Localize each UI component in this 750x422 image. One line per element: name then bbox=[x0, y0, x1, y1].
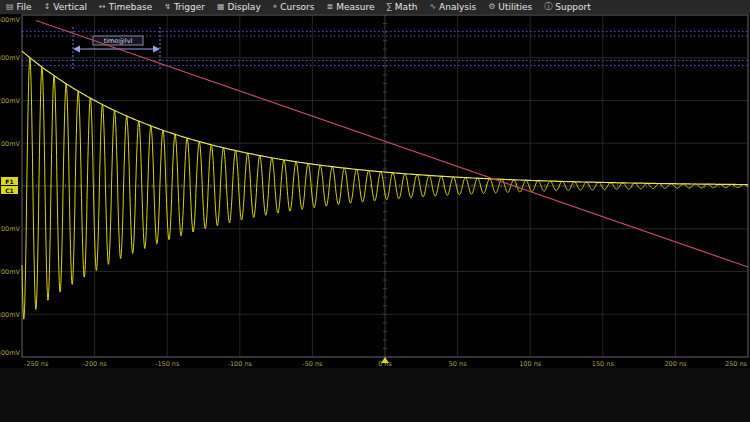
cursors-icon: ⌖ bbox=[273, 0, 278, 14]
menu-bar: ▤File↕Vertical↔Timebase↯Trigger▦Display⌖… bbox=[0, 0, 750, 15]
timebase-icon: ↔ bbox=[99, 0, 106, 14]
x-axis-label: 100 ns bbox=[519, 360, 542, 368]
menu-measure[interactable]: ≣Measure bbox=[321, 0, 381, 14]
x-axis-label: -50 ns bbox=[302, 360, 323, 368]
menu-label: Vertical bbox=[53, 0, 87, 14]
menu-label: File bbox=[17, 0, 32, 14]
x-axis-label: -250 ns bbox=[24, 360, 49, 368]
menu-label: Timebase bbox=[109, 0, 152, 14]
x-axis-label: -150 ns bbox=[155, 360, 180, 368]
vertical-icon: ↕ bbox=[44, 0, 51, 14]
display-icon: ▦ bbox=[217, 0, 225, 14]
menu-math[interactable]: ∑Math bbox=[380, 0, 423, 14]
y-axis-label: -100mV bbox=[0, 225, 21, 233]
menu-label: Analysis bbox=[439, 0, 476, 14]
menu-label: Math bbox=[395, 0, 418, 14]
y-axis-label: -400mV bbox=[0, 349, 21, 357]
menu-file[interactable]: ▤File bbox=[0, 0, 38, 14]
menu-label: Support bbox=[555, 0, 591, 14]
support-icon: ⓘ bbox=[544, 0, 552, 14]
menu-analysis[interactable]: ∿Analysis bbox=[423, 0, 482, 14]
x-axis-label: 150 ns bbox=[592, 360, 615, 368]
x-axis-label: -100 ns bbox=[228, 360, 253, 368]
menu-label: Measure bbox=[336, 0, 374, 14]
menu-label: Utilities bbox=[498, 0, 532, 14]
menu-label: Cursors bbox=[280, 0, 314, 14]
y-axis-label: 200mV bbox=[0, 97, 21, 105]
arrow-head-right-icon bbox=[153, 46, 160, 53]
y-axis-label: 300mV bbox=[0, 54, 21, 62]
annotation-label: time@lvl bbox=[104, 37, 133, 45]
menu-trigger[interactable]: ↯Trigger bbox=[158, 0, 211, 14]
menu-display[interactable]: ▦Display bbox=[211, 0, 267, 14]
file-icon: ▤ bbox=[6, 0, 14, 14]
y-axis-label: -300mV bbox=[0, 311, 21, 319]
y-axis-label: 400mV bbox=[0, 16, 21, 24]
menu-timebase[interactable]: ↔Timebase bbox=[93, 0, 158, 14]
trace-zero-marker-label: C1 bbox=[5, 187, 14, 194]
trace-zero-marker-label: F1 bbox=[5, 178, 13, 185]
x-axis-label: 250 ns bbox=[725, 360, 748, 368]
x-axis-label: 50 ns bbox=[449, 360, 467, 368]
y-axis-label: -200mV bbox=[0, 268, 21, 276]
menu-label: Trigger bbox=[174, 0, 205, 14]
menu-cursors[interactable]: ⌖Cursors bbox=[267, 0, 321, 14]
arrow-head-left-icon bbox=[73, 46, 80, 53]
utilities-icon: ⚙ bbox=[488, 0, 495, 14]
analysis-icon: ∿ bbox=[429, 0, 436, 14]
trigger-icon: ↯ bbox=[164, 0, 171, 14]
bottom-dashboard: MeasureP1:slew(F2)P2:1/(P1)P3:slew(C2)P4… bbox=[0, 368, 750, 422]
menu-label: Display bbox=[228, 0, 261, 14]
math-icon: ∑ bbox=[386, 0, 391, 14]
y-axis-label: 100mV bbox=[0, 140, 21, 148]
x-axis-label: 200 ns bbox=[664, 360, 687, 368]
menu-support[interactable]: ⓘSupport bbox=[538, 0, 597, 14]
menu-vertical[interactable]: ↕Vertical bbox=[38, 0, 93, 14]
menu-utilities[interactable]: ⚙Utilities bbox=[482, 0, 538, 14]
waveform-plot[interactable]: time@lvl400mV300mV200mV100mV-100mV-200mV… bbox=[0, 14, 750, 370]
x-axis-label: -200 ns bbox=[82, 360, 107, 368]
measure-icon: ≣ bbox=[327, 0, 334, 14]
